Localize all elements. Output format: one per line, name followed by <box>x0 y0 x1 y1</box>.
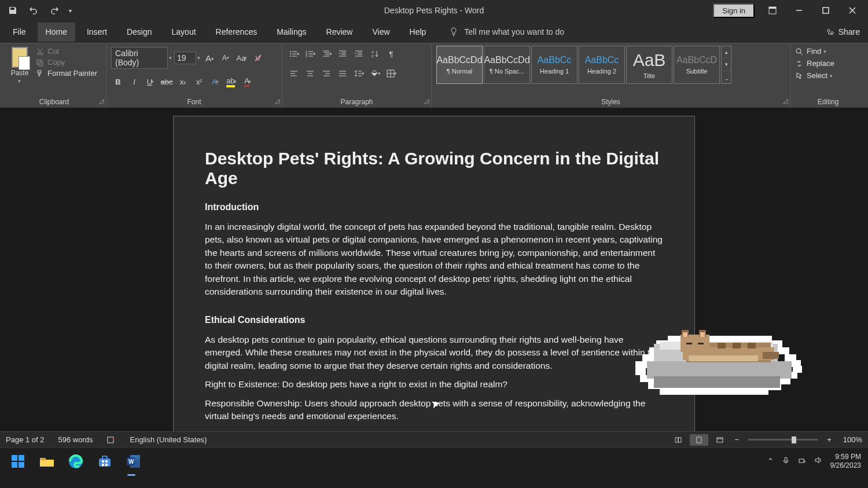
tab-design[interactable]: Design <box>119 23 160 42</box>
select-button[interactable]: Select ▾ <box>795 71 833 80</box>
customize-qat-button[interactable]: ▾ <box>65 2 75 19</box>
style-title[interactable]: AaB Title <box>626 46 672 84</box>
microphone-icon[interactable] <box>782 456 790 466</box>
styles-launcher[interactable]: ◿ <box>783 97 788 105</box>
document-page[interactable]: Desktop Pets' Rights: A Growing Concern … <box>173 116 695 431</box>
show-hide-button[interactable]: ¶ <box>384 47 398 61</box>
italic-button[interactable]: I <box>127 75 141 89</box>
microsoft-store-button[interactable] <box>94 450 116 472</box>
paragraph-ethical-2[interactable]: Right to Existence: Do desktop pets have… <box>205 378 663 391</box>
change-case-button[interactable]: Aa ▾ <box>235 51 249 65</box>
edge-button[interactable] <box>65 450 87 472</box>
strikethrough-button[interactable]: abc <box>160 75 174 89</box>
web-layout-button[interactable] <box>711 434 729 446</box>
multilevel-list-button[interactable]: ▾ <box>319 47 333 61</box>
font-color-button[interactable]: A ▾ <box>241 75 255 89</box>
decrease-indent-button[interactable] <box>336 47 350 61</box>
svg-rect-71 <box>660 388 768 395</box>
document-area[interactable]: Desktop Pets' Rights: A Growing Concern … <box>0 108 868 431</box>
subscript-button[interactable]: x₂ <box>176 75 190 89</box>
format-painter-button[interactable]: Format Painter <box>36 69 97 78</box>
close-button[interactable] <box>839 2 866 19</box>
tab-review[interactable]: Review <box>318 23 361 42</box>
share-button[interactable]: Share <box>838 27 860 36</box>
paste-button[interactable]: Paste ▾ <box>7 46 32 84</box>
sign-in-button[interactable]: Sign in <box>713 3 755 18</box>
word-button[interactable]: W <box>123 450 145 472</box>
bold-button[interactable]: B <box>111 75 125 89</box>
find-button[interactable]: Find ▾ <box>795 47 826 56</box>
style-subtitle[interactable]: AaBbCcD Subtitle <box>674 46 720 84</box>
clock[interactable]: 9:59 PM 9/26/2023 <box>830 453 861 469</box>
zoom-out-button[interactable]: − <box>731 435 743 444</box>
svg-point-8 <box>37 53 39 55</box>
tell-me-input[interactable] <box>464 27 603 36</box>
align-center-button[interactable] <box>303 67 317 80</box>
grow-font-button[interactable]: A▴ <box>203 51 216 65</box>
zoom-slider[interactable] <box>748 439 818 441</box>
file-explorer-button[interactable] <box>36 450 58 472</box>
replace-button[interactable]: Replace <box>795 59 834 68</box>
desktop-pet-cat[interactable] <box>631 326 804 408</box>
font-name-selector[interactable]: Calibri (Body) <box>111 47 168 69</box>
zoom-level[interactable]: 100% <box>843 435 862 444</box>
minimize-button[interactable] <box>786 2 812 19</box>
increase-indent-button[interactable] <box>352 47 366 61</box>
tab-references[interactable]: References <box>208 23 266 42</box>
volume-icon[interactable] <box>814 456 822 466</box>
highlight-button[interactable]: ab ▾ <box>225 75 238 89</box>
document-title[interactable]: Desktop Pets' Rights: A Growing Concern … <box>205 149 663 188</box>
paste-label: Paste <box>11 69 29 77</box>
superscript-button[interactable]: x² <box>192 75 206 89</box>
line-spacing-button[interactable]: ▾ <box>352 67 366 80</box>
clear-formatting-button[interactable] <box>251 51 265 65</box>
bullets-button[interactable]: ▾ <box>287 47 301 61</box>
redo-button[interactable] <box>44 2 65 19</box>
page-indicator[interactable]: Page 1 of 2 <box>6 435 45 444</box>
tab-file[interactable]: File <box>5 23 34 42</box>
zoom-in-button[interactable]: + <box>823 435 835 444</box>
align-right-button[interactable] <box>319 67 333 80</box>
heading-introduction[interactable]: Introduction <box>205 202 663 212</box>
tab-layout[interactable]: Layout <box>164 23 204 42</box>
save-button[interactable] <box>2 2 23 19</box>
ribbon-display-options-button[interactable] <box>759 2 786 19</box>
spell-check-icon[interactable] <box>106 435 116 445</box>
clipboard-launcher[interactable]: ◿ <box>99 97 104 105</box>
undo-button[interactable] <box>23 2 44 19</box>
borders-button[interactable]: ▾ <box>384 67 398 80</box>
maximize-button[interactable] <box>812 2 839 19</box>
start-button[interactable] <box>7 450 29 472</box>
tab-home[interactable]: Home <box>38 23 75 42</box>
shading-button[interactable]: ▾ <box>368 67 382 80</box>
paragraph-launcher[interactable]: ◿ <box>424 97 429 105</box>
underline-button[interactable]: U ▾ <box>144 75 157 89</box>
font-size-selector[interactable]: 19 <box>174 52 196 64</box>
print-layout-button[interactable] <box>690 434 708 446</box>
language-indicator[interactable]: English (United States) <box>130 435 207 444</box>
shrink-font-button[interactable]: A▾ <box>219 51 233 65</box>
style-normal[interactable]: AaBbCcDd ¶ Normal <box>436 46 483 84</box>
word-count[interactable]: 596 words <box>58 435 93 444</box>
paragraph-ethical-3[interactable]: Responsible Ownership: Users should appr… <box>205 397 663 423</box>
justify-button[interactable] <box>336 67 350 80</box>
heading-ethical[interactable]: Ethical Considerations <box>205 315 663 325</box>
paragraph-intro[interactable]: In an increasingly digital world, the co… <box>205 221 663 299</box>
style-heading-1[interactable]: AaBbCc Heading 1 <box>531 46 578 84</box>
network-icon[interactable] <box>798 456 806 466</box>
tab-insert[interactable]: Insert <box>79 23 115 42</box>
numbering-button[interactable]: 123▾ <box>303 47 317 61</box>
style-no-spacing[interactable]: AaBbCcDd ¶ No Spac... <box>484 46 530 84</box>
align-left-button[interactable] <box>287 67 301 80</box>
style-heading-2[interactable]: AaBbCc Heading 2 <box>579 46 625 84</box>
sort-button[interactable]: AZ <box>368 47 382 61</box>
tab-mailings[interactable]: Mailings <box>269 23 314 42</box>
text-effects-button[interactable]: A ▾ <box>208 75 222 89</box>
styles-more-button[interactable]: ▴▾⎯ <box>721 46 731 84</box>
tab-view[interactable]: View <box>364 23 398 42</box>
tab-help[interactable]: Help <box>402 23 435 42</box>
font-launcher[interactable]: ◿ <box>275 97 279 105</box>
paragraph-ethical-1[interactable]: As desktop pets continue to gain popular… <box>205 333 663 372</box>
tray-expand-button[interactable]: ⌃ <box>767 457 774 465</box>
read-mode-button[interactable] <box>669 434 687 446</box>
